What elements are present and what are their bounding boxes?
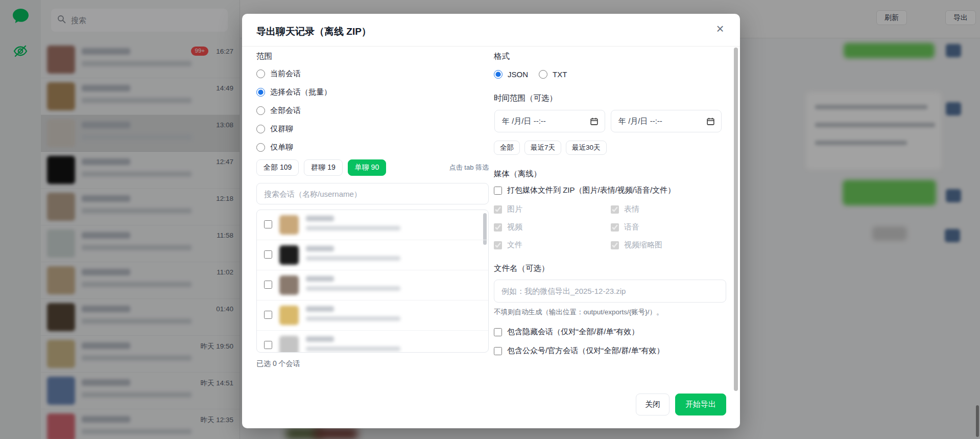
conv-avatar	[279, 306, 299, 325]
media-type-videos: 视频	[494, 222, 522, 232]
include-official-checkbox[interactable]: 包含公众号/官方会话（仅对“全部/群/单”有效）	[494, 346, 664, 356]
conversation-checkbox[interactable]	[264, 281, 272, 289]
filter-tab-all[interactable]: 全部 109	[256, 159, 299, 176]
format-radio-txt[interactable]: TXT	[539, 70, 567, 79]
filter-hint: 点击 tab 筛选	[449, 163, 489, 172]
filename-label: 文件名（可选）	[494, 263, 549, 274]
checkbox-label: 视频缩略图	[624, 240, 662, 250]
conversation-checkbox[interactable]	[264, 250, 272, 259]
media-type-video-thumbs: 视频缩略图	[611, 240, 662, 250]
format-section-label: 格式	[494, 51, 510, 62]
media-type-voice: 语音	[611, 222, 639, 232]
checkbox-label: 表情	[624, 204, 639, 214]
conversation-row[interactable]	[257, 301, 488, 331]
conv-avatar	[279, 336, 299, 353]
calendar-icon[interactable]	[706, 117, 715, 126]
radio-label: 仅群聊	[270, 124, 293, 134]
quick-range-30d[interactable]: 最近30天	[566, 141, 607, 155]
selected-count: 已选 0 个会话	[256, 359, 300, 368]
radio-input[interactable]	[256, 125, 265, 133]
dialog-title: 导出聊天记录（离线 ZIP）	[256, 25, 371, 38]
conv-avatar	[279, 275, 299, 295]
filename-input[interactable]	[494, 280, 726, 303]
close-button[interactable]: 关闭	[636, 394, 670, 415]
conversation-search-input[interactable]	[256, 183, 489, 204]
blurred-conv-name	[306, 276, 334, 282]
radio-input[interactable]	[256, 143, 265, 152]
pack-media-checkbox[interactable]: 打包媒体文件到 ZIP（图片/表情/视频/语音/文件）	[494, 186, 675, 195]
scope-section-label: 范围	[256, 51, 272, 62]
blurred-conv-username	[306, 256, 400, 261]
start-date-input[interactable]: 年 /月/日 --:--	[494, 110, 605, 132]
scope-radio-groups-only[interactable]: 仅群聊	[256, 124, 293, 134]
media-section-label: 媒体（离线）	[494, 169, 541, 179]
checkbox-label: 视频	[507, 222, 522, 232]
conv-avatar	[279, 215, 299, 235]
calendar-icon[interactable]	[590, 117, 599, 126]
scope-radio-selected-batch[interactable]: 选择会话（批量）	[256, 87, 331, 97]
filter-tab-singles[interactable]: 单聊 90	[348, 159, 386, 176]
conversation-list[interactable]	[256, 210, 489, 353]
quick-range-row: 全部 最近7天 最近30天	[494, 141, 607, 155]
blurred-conv-username	[306, 286, 400, 291]
dialog-scrollbar[interactable]	[734, 48, 738, 391]
include-hidden-checkbox[interactable]: 包含隐藏会话（仅对“全部/群/单”有效）	[494, 327, 639, 337]
media-type-images: 图片	[494, 204, 522, 214]
checkbox-input	[611, 205, 619, 214]
format-radio-json[interactable]: JSON	[494, 70, 528, 79]
conversation-row[interactable]	[257, 270, 488, 301]
checkbox-input[interactable]	[494, 328, 502, 336]
app-window: 99+ 16:27 14:49 13:08 12:47 12:18 11:58	[0, 0, 980, 439]
radio-label: JSON	[508, 70, 528, 79]
radio-label: 选择会话（批量）	[270, 87, 331, 97]
close-icon[interactable]: ×	[711, 20, 729, 37]
end-date-input[interactable]: 年 /月/日 --:--	[611, 110, 722, 132]
blurred-conv-username	[306, 316, 400, 321]
time-range-label: 时间范围（可选）	[494, 93, 557, 104]
radio-label: TXT	[553, 70, 567, 79]
media-type-stickers: 表情	[611, 204, 639, 214]
filter-tab-groups[interactable]: 群聊 19	[304, 159, 342, 176]
quick-range-all[interactable]: 全部	[494, 141, 520, 155]
date-placeholder: 年 /月/日 --:--	[618, 117, 662, 126]
checkbox-label: 图片	[507, 204, 522, 214]
conversation-row[interactable]	[257, 240, 488, 270]
conversation-checkbox[interactable]	[264, 311, 272, 319]
date-placeholder: 年 /月/日 --:--	[502, 117, 546, 126]
blurred-conv-name	[306, 306, 334, 312]
blurred-conv-name	[306, 246, 334, 251]
radio-label: 当前会话	[270, 69, 301, 79]
checkbox-label: 打包媒体文件到 ZIP（图片/表情/视频/语音/文件）	[507, 186, 675, 195]
radio-label: 全部会话	[270, 106, 301, 115]
conversation-checkbox[interactable]	[264, 220, 272, 228]
radio-input[interactable]	[494, 70, 503, 79]
blurred-conv-name	[306, 336, 334, 342]
checkbox-input	[494, 205, 502, 214]
header-divider	[242, 46, 740, 47]
radio-label: 仅单聊	[270, 143, 293, 152]
radio-input[interactable]	[256, 88, 265, 97]
scope-radio-singles-only[interactable]: 仅单聊	[256, 143, 293, 152]
checkbox-label: 文件	[507, 240, 522, 250]
conversation-checkbox[interactable]	[264, 341, 272, 349]
start-export-button[interactable]: 开始导出	[675, 394, 726, 415]
conversation-row[interactable]	[257, 210, 488, 240]
scope-radio-current[interactable]: 当前会话	[256, 69, 301, 79]
checkbox-input[interactable]	[494, 187, 502, 195]
blurred-conv-username	[306, 346, 400, 351]
export-dialog: 导出聊天记录（离线 ZIP） × 范围 当前会话 选择会话（批量） 全部会话 仅…	[242, 14, 740, 428]
blurred-conv-name	[306, 216, 334, 221]
checkbox-input[interactable]	[494, 347, 502, 355]
conversation-row[interactable]	[257, 331, 488, 353]
quick-range-7d[interactable]: 最近7天	[524, 141, 561, 155]
conv-avatar	[279, 245, 299, 265]
radio-input[interactable]	[539, 70, 547, 79]
radio-input[interactable]	[256, 106, 265, 115]
checkbox-input	[611, 241, 619, 249]
radio-input[interactable]	[256, 70, 265, 78]
checkbox-input	[494, 241, 502, 249]
scope-radio-all[interactable]: 全部会话	[256, 106, 301, 115]
checkbox-input	[611, 223, 619, 232]
checkbox-input	[494, 223, 502, 232]
checkbox-label: 语音	[624, 222, 639, 232]
